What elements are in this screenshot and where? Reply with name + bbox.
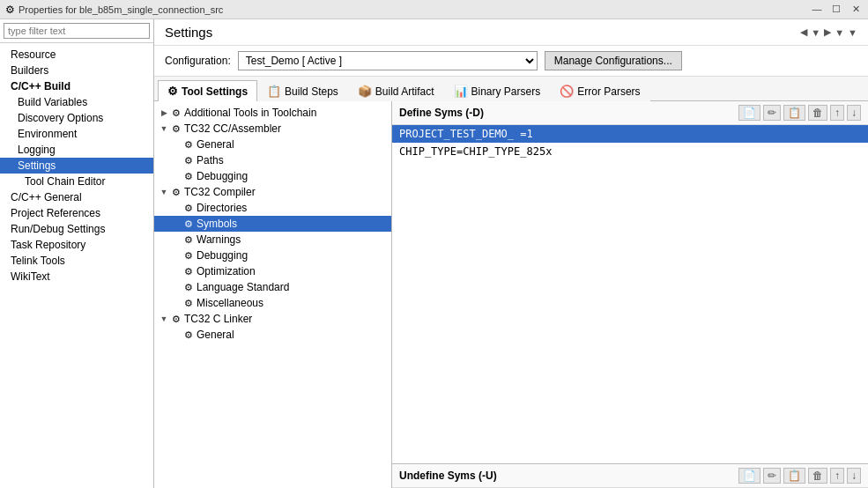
- tree-expand-tc32-cc: ▼: [160, 124, 168, 133]
- tree-item-tc32-cc[interactable]: ▼⚙TC32 CC/Assembler: [154, 121, 391, 137]
- tree-item-label-debug-asm: Debugging: [197, 170, 248, 182]
- sidebar-item-environment[interactable]: Environment: [0, 126, 153, 142]
- tree-item-icon-tc32-compiler: ⚙: [172, 187, 181, 198]
- sidebar-item-build-vars[interactable]: Build Variables: [0, 94, 153, 110]
- tree-item-icon-symbols: ⚙: [184, 218, 193, 230]
- undefine-add-button[interactable]: 📄: [738, 468, 760, 484]
- tree-expand-additional-tools: ▶: [160, 108, 168, 117]
- tree-item-label-directories: Directories: [197, 202, 247, 214]
- tab-error-parsers[interactable]: 🚫Error Parsers: [550, 80, 649, 101]
- define-delete-button[interactable]: 🗑: [808, 105, 827, 121]
- sidebar-item-run-debug[interactable]: Run/Debug Settings: [0, 221, 153, 237]
- tree-item-symbols[interactable]: ⚙Symbols: [154, 216, 391, 232]
- tree-item-additional-tools[interactable]: ▶⚙Additional Tools in Toolchain: [154, 105, 391, 121]
- app-icon: ⚙: [5, 4, 15, 16]
- sidebar: ResourceBuildersC/C++ BuildBuild Variabl…: [0, 19, 154, 488]
- tree-item-label-additional-tools: Additional Tools in Toolchain: [184, 107, 316, 119]
- define-row-0[interactable]: PROJECT_TEST_DEMO_ =1: [392, 125, 868, 143]
- tree-item-tc32-linker[interactable]: ▼⚙TC32 C Linker: [154, 311, 391, 327]
- tree-item-debugging[interactable]: ⚙Debugging: [154, 248, 391, 263]
- tree-item-warnings[interactable]: ⚙Warnings: [154, 232, 391, 248]
- build-steps-icon: 📋: [267, 85, 281, 98]
- tree-item-lang-standard[interactable]: ⚙Language Standard: [154, 279, 391, 295]
- sidebar-item-logging[interactable]: Logging: [0, 142, 153, 158]
- tree-item-icon-warnings: ⚙: [184, 234, 193, 246]
- settings-header: Settings ◀ ▼ ▶ ▼ ▼: [154, 19, 868, 46]
- tree-item-general-linker[interactable]: ⚙General: [154, 327, 391, 343]
- sidebar-item-telink-tools[interactable]: Telink Tools: [0, 253, 153, 269]
- sidebar-tree: ResourceBuildersC/C++ BuildBuild Variabl…: [0, 43, 153, 488]
- sidebar-item-discovery[interactable]: Discovery Options: [0, 110, 153, 126]
- title-bar-left: ⚙ Properties for ble_b85m_single_connect…: [5, 4, 223, 16]
- sidebar-item-wikitext[interactable]: WikiText: [0, 269, 153, 285]
- maximize-button[interactable]: ☐: [829, 4, 843, 15]
- define-add-button[interactable]: 📄: [738, 105, 760, 121]
- config-select[interactable]: Test_Demo [ Active ]: [238, 51, 538, 70]
- tab-build-artifact[interactable]: 📦Build Artifact: [348, 80, 444, 101]
- tree-item-icon-general-linker: ⚙: [184, 329, 193, 341]
- nav-forward-button[interactable]: ▶: [824, 26, 831, 38]
- nav-forward-dropdown[interactable]: ▼: [835, 26, 844, 38]
- tab-build-steps[interactable]: 📋Build Steps: [257, 80, 348, 101]
- close-button[interactable]: ✕: [849, 4, 863, 15]
- nav-back-dropdown[interactable]: ▼: [811, 26, 820, 38]
- tree-item-icon-tc32-linker: ⚙: [172, 314, 181, 325]
- title-bar-title: Properties for ble_b85m_single_connectio…: [19, 4, 223, 15]
- tree-item-icon-tc32-cc: ⚙: [172, 123, 181, 135]
- manage-configurations-button[interactable]: Manage Configurations...: [545, 51, 682, 70]
- undefine-copy-button[interactable]: 📋: [783, 468, 805, 484]
- sidebar-item-cpp-build[interactable]: C/C++ Build: [0, 78, 153, 94]
- sidebar-item-resource[interactable]: Resource: [0, 47, 153, 63]
- define-action-buttons: 📄 ✏ 📋 🗑 ↑ ↓: [738, 105, 861, 121]
- content-area: Settings ◀ ▼ ▶ ▼ ▼ Configuration: Test_D…: [154, 19, 868, 488]
- tree-item-label-symbols: Symbols: [197, 218, 237, 230]
- define-copy-button[interactable]: 📋: [783, 105, 805, 121]
- define-down-button[interactable]: ↓: [847, 105, 861, 121]
- define-title: Define Syms (-D): [399, 107, 484, 119]
- nav-menu-button[interactable]: ▼: [848, 26, 857, 38]
- filter-box: [0, 19, 153, 43]
- tab-binary-parsers[interactable]: 📊Binary Parsers: [444, 80, 551, 101]
- tree-item-optimization[interactable]: ⚙Optimization: [154, 263, 391, 279]
- sidebar-item-task-repo[interactable]: Task Repository: [0, 237, 153, 253]
- tree-item-label-tc32-compiler: TC32 Compiler: [184, 186, 256, 198]
- undefine-edit-button[interactable]: ✏: [763, 468, 781, 484]
- tab-label-tool-settings: Tool Settings: [182, 85, 248, 98]
- tree-item-icon-directories: ⚙: [184, 203, 193, 214]
- binary-parsers-icon: 📊: [454, 85, 468, 98]
- tree-item-tc32-compiler[interactable]: ▼⚙TC32 Compiler: [154, 184, 391, 200]
- minimize-button[interactable]: —: [810, 4, 824, 15]
- sidebar-item-builders[interactable]: Builders: [0, 63, 153, 78]
- define-up-button[interactable]: ↑: [830, 105, 844, 121]
- undefine-delete-button[interactable]: 🗑: [808, 468, 827, 484]
- sidebar-item-proj-refs[interactable]: Project References: [0, 205, 153, 221]
- sidebar-item-settings[interactable]: Settings: [0, 158, 153, 174]
- tool-tree: ▶⚙Additional Tools in Toolchain▼⚙TC32 CC…: [154, 101, 392, 488]
- tree-item-miscellaneous[interactable]: ⚙Miscellaneous: [154, 295, 391, 311]
- tree-item-label-general-linker: General: [197, 329, 234, 341]
- tree-item-directories[interactable]: ⚙Directories: [154, 200, 391, 216]
- define-edit-button[interactable]: ✏: [763, 105, 781, 121]
- undefine-down-button[interactable]: ↓: [847, 468, 861, 484]
- tree-item-general-asm[interactable]: ⚙General: [154, 137, 391, 152]
- define-row-1[interactable]: CHIP_TYPE=CHIP_TYPE_825x: [392, 143, 868, 160]
- tab-label-build-steps: Build Steps: [285, 85, 338, 98]
- tree-item-label-miscellaneous: Miscellaneous: [197, 297, 263, 309]
- tree-item-label-tc32-linker: TC32 C Linker: [184, 313, 252, 325]
- sidebar-item-toolchain[interactable]: Tool Chain Editor: [0, 174, 153, 189]
- tree-item-debug-asm[interactable]: ⚙Debugging: [154, 168, 391, 184]
- undefine-up-button[interactable]: ↑: [830, 468, 844, 484]
- filter-input[interactable]: [4, 23, 150, 39]
- main-container: ResourceBuildersC/C++ BuildBuild Variabl…: [0, 19, 868, 488]
- define-list: PROJECT_TEST_DEMO_ =1CHIP_TYPE=CHIP_TYPE…: [392, 125, 868, 463]
- tree-item-label-general-asm: General: [197, 138, 234, 151]
- config-row: Configuration: Test_Demo [ Active ] Mana…: [154, 46, 868, 77]
- tool-content: ▶⚙Additional Tools in Toolchain▼⚙TC32 CC…: [154, 101, 868, 488]
- tab-tool-settings[interactable]: ⚙Tool Settings: [158, 80, 257, 101]
- build-artifact-icon: 📦: [358, 85, 372, 98]
- tree-item-icon-paths-asm: ⚙: [184, 155, 193, 166]
- nav-back-button[interactable]: ◀: [800, 26, 807, 38]
- settings-nav: ◀ ▼ ▶ ▼ ▼: [800, 26, 857, 38]
- sidebar-item-cpp-general[interactable]: C/C++ General: [0, 189, 153, 205]
- tree-item-paths-asm[interactable]: ⚙Paths: [154, 152, 391, 168]
